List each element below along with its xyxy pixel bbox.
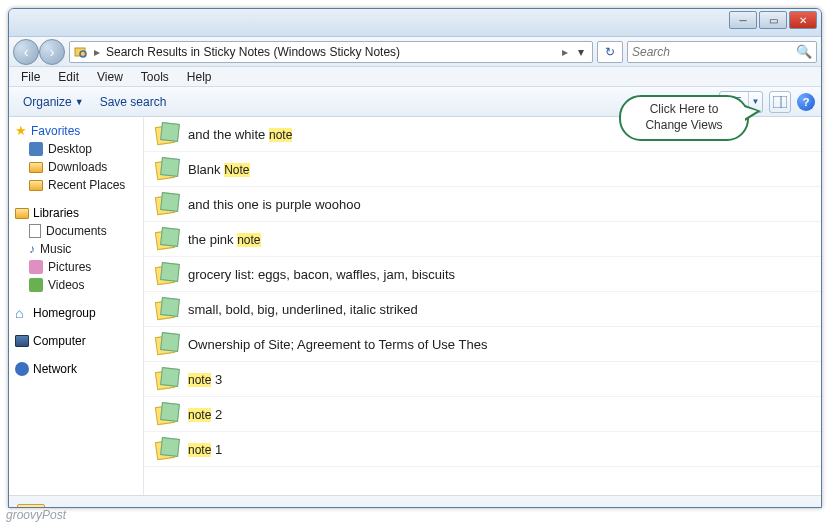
sidebar-favorites-header[interactable]: ★Favorites: [11, 121, 141, 140]
watermark: groovyPost: [6, 508, 66, 522]
music-icon: ♪: [29, 242, 35, 256]
result-item[interactable]: grocery list: eggs, bacon, waffles, jam,…: [144, 257, 821, 292]
search-icon: 🔍: [796, 44, 812, 59]
search-input[interactable]: [632, 45, 812, 59]
chevron-down-icon: ▼: [75, 97, 84, 107]
sticky-note-icon: [156, 298, 178, 320]
menu-tools[interactable]: Tools: [133, 68, 177, 86]
breadcrumb-arrow-icon: ▸: [562, 45, 568, 59]
sticky-note-icon: [156, 438, 178, 460]
result-item[interactable]: and this one is purple woohoo: [144, 187, 821, 222]
sticky-note-icon: [156, 368, 178, 390]
close-button[interactable]: ✕: [789, 11, 817, 29]
sticky-note-icon: [156, 123, 178, 145]
sidebar-libraries-header[interactable]: Libraries: [11, 204, 141, 222]
result-title: grocery list: eggs, bacon, waffles, jam,…: [188, 267, 455, 282]
result-item[interactable]: note 1: [144, 432, 821, 467]
sticky-note-icon: [156, 228, 178, 250]
sidebar-item-music[interactable]: ♪Music: [11, 240, 141, 258]
sticky-note-icon: [156, 158, 178, 180]
search-box[interactable]: 🔍: [627, 41, 817, 63]
address-bar[interactable]: ▸ Search Results in Sticky Notes (Window…: [69, 41, 593, 63]
minimize-button[interactable]: ─: [729, 11, 757, 29]
result-title: note 1: [188, 442, 222, 457]
folder-icon: [29, 162, 43, 173]
search-folder-icon: [17, 500, 51, 509]
result-title: note 3: [188, 372, 222, 387]
save-search-button[interactable]: Save search: [92, 91, 175, 113]
sidebar-item-computer[interactable]: Computer: [11, 332, 141, 350]
svg-rect-6: [773, 96, 787, 108]
libraries-icon: [15, 208, 29, 219]
sticky-note-icon: [156, 403, 178, 425]
result-item[interactable]: the pink note: [144, 222, 821, 257]
network-icon: [15, 362, 29, 376]
sidebar-item-network[interactable]: Network: [11, 360, 141, 378]
sidebar-item-downloads[interactable]: Downloads: [11, 158, 141, 176]
details-pane: 10 items: [9, 495, 821, 508]
sticky-note-icon: [156, 263, 178, 285]
folder-icon: [29, 180, 43, 191]
breadcrumb-arrow-icon: ▸: [94, 45, 100, 59]
result-title: the pink note: [188, 232, 261, 247]
result-title: and the white note: [188, 127, 292, 142]
address-dropdown[interactable]: ▾: [574, 45, 588, 59]
desktop-icon: [29, 142, 43, 156]
star-icon: ★: [15, 123, 27, 138]
menu-view[interactable]: View: [89, 68, 131, 86]
sidebar-item-videos[interactable]: Videos: [11, 276, 141, 294]
result-item[interactable]: note 2: [144, 397, 821, 432]
results-list: and the white noteBlank Noteand this one…: [144, 117, 821, 495]
explorer-window: ─ ▭ ✕ ‹ › ▸ Search Results in Sticky Not…: [8, 8, 822, 508]
preview-pane-button[interactable]: [769, 91, 791, 113]
sidebar-item-recent[interactable]: Recent Places: [11, 176, 141, 194]
sidebar-item-pictures[interactable]: Pictures: [11, 258, 141, 276]
computer-icon: [15, 335, 29, 347]
result-title: Ownership of Site; Agreement to Terms of…: [188, 337, 487, 352]
back-button[interactable]: ‹: [13, 39, 39, 65]
result-item[interactable]: Ownership of Site; Agreement to Terms of…: [144, 327, 821, 362]
menu-file[interactable]: File: [13, 68, 48, 86]
annotation-callout: Click Here to Change Views: [619, 95, 749, 141]
organize-button[interactable]: Organize ▼: [15, 91, 92, 113]
sticky-note-icon: [156, 193, 178, 215]
pictures-icon: [29, 260, 43, 274]
refresh-button[interactable]: ↻: [597, 41, 623, 63]
documents-icon: [29, 224, 41, 238]
sidebar-item-desktop[interactable]: Desktop: [11, 140, 141, 158]
homegroup-icon: ⌂: [15, 306, 29, 320]
titlebar: ─ ▭ ✕: [9, 9, 821, 37]
menu-help[interactable]: Help: [179, 68, 220, 86]
result-title: and this one is purple woohoo: [188, 197, 361, 212]
result-title: Blank Note: [188, 162, 250, 177]
result-item[interactable]: note 3: [144, 362, 821, 397]
result-item[interactable]: small, bold, big, underlined, italic str…: [144, 292, 821, 327]
help-button[interactable]: ?: [797, 93, 815, 111]
result-title: note 2: [188, 407, 222, 422]
sidebar-item-homegroup[interactable]: ⌂Homegroup: [11, 304, 141, 322]
menu-edit[interactable]: Edit: [50, 68, 87, 86]
sidebar-item-documents[interactable]: Documents: [11, 222, 141, 240]
menu-bar: File Edit View Tools Help: [9, 67, 821, 87]
result-item[interactable]: Blank Note: [144, 152, 821, 187]
search-location-icon: [74, 45, 88, 59]
navigation-pane: ★Favorites Desktop Downloads Recent Plac…: [9, 117, 144, 495]
forward-button[interactable]: ›: [39, 39, 65, 65]
sticky-note-icon: [156, 333, 178, 355]
nav-toolbar: ‹ › ▸ Search Results in Sticky Notes (Wi…: [9, 37, 821, 67]
maximize-button[interactable]: ▭: [759, 11, 787, 29]
result-title: small, bold, big, underlined, italic str…: [188, 302, 418, 317]
address-text: Search Results in Sticky Notes (Windows …: [106, 45, 556, 59]
videos-icon: [29, 278, 43, 292]
